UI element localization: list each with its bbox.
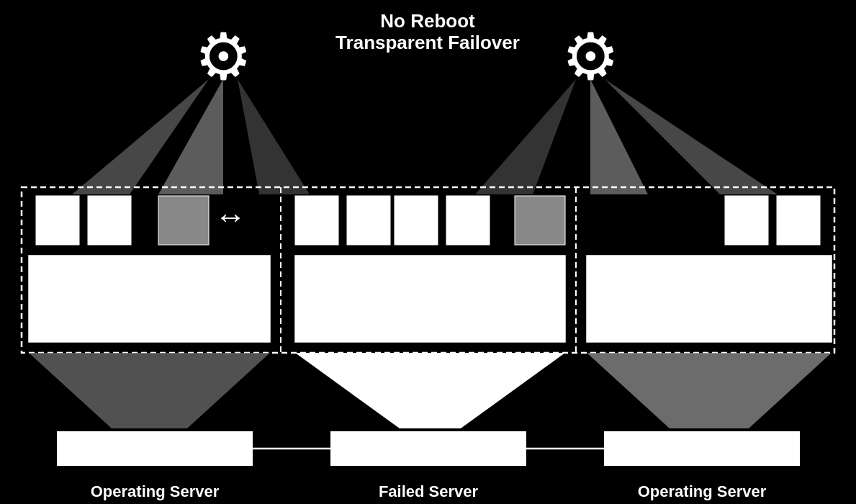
svg-text:↔: ↔ (215, 199, 246, 234)
svg-rect-18 (295, 196, 338, 245)
svg-rect-23 (446, 196, 490, 245)
svg-rect-19 (347, 196, 390, 245)
svg-text:Operating Server: Operating Server (91, 482, 220, 500)
svg-rect-26 (29, 256, 270, 342)
svg-rect-16 (158, 196, 209, 245)
svg-text:Failed Server: Failed Server (379, 482, 479, 500)
svg-rect-32 (58, 432, 252, 465)
svg-rect-22 (395, 196, 438, 245)
svg-text:Operating Server: Operating Server (638, 482, 767, 500)
svg-rect-28 (587, 256, 832, 342)
svg-rect-27 (295, 256, 565, 342)
svg-rect-15 (88, 196, 131, 245)
svg-rect-33 (331, 432, 526, 465)
svg-rect-34 (605, 432, 799, 465)
svg-rect-20 (515, 196, 565, 245)
svg-rect-14 (36, 196, 79, 245)
main-container: No Reboot Transparent Failover ⚙ ⚙ (0, 0, 856, 504)
diagram-svg: No Reboot Transparent Failover ⚙ ⚙ (0, 0, 856, 504)
svg-text:No Reboot: No Reboot (380, 10, 475, 32)
svg-rect-25 (777, 196, 820, 245)
svg-text:Transparent Failover: Transparent Failover (335, 32, 520, 53)
svg-rect-24 (725, 196, 768, 245)
